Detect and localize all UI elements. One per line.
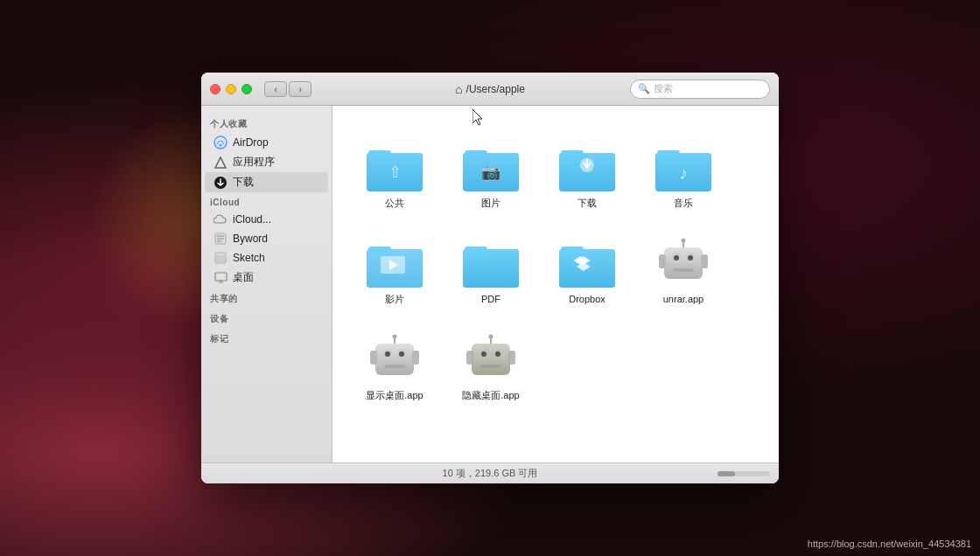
file-label: 图片 [481,197,500,209]
sidebar: 个人收藏 AirDrop 应用程序 [201,106,332,462]
svg-rect-35 [465,247,487,254]
list-item[interactable]: 显示桌面.app [346,312,443,408]
window-title: ⌂ /Users/apple [455,82,525,96]
sidebar-section-tags: 标记 [201,328,332,348]
svg-point-71 [488,334,493,338]
list-item[interactable]: 📷 图片 [443,120,539,216]
sidebar-item-icloud[interactable]: iCloud... [205,210,328,229]
svg-point-1 [220,144,222,147]
list-item[interactable]: 隐藏桌面.app [443,312,539,408]
svg-rect-8 [215,273,227,281]
sidebar-section-devices: 设备 [201,308,332,328]
search-placeholder: 搜索 [654,82,673,95]
file-label: Dropbox [569,293,606,305]
svg-point-61 [392,334,396,338]
svg-rect-47 [673,268,694,272]
title-icon: ⌂ [455,82,462,96]
svg-rect-30 [368,247,391,254]
file-label: PDF [481,293,500,305]
file-grid: ⇧ 公共 📷 [346,120,765,408]
airdrop-icon [214,136,228,149]
sidebar-item-downloads[interactable]: 下载 [205,172,328,192]
sidebar-item-sketch[interactable]: Sketch [205,248,328,268]
nav-buttons: ‹ › [264,81,312,97]
sidebar-section-icloud: iCloud [201,192,332,210]
svg-rect-13 [368,150,391,157]
svg-rect-52 [375,344,414,375]
list-item[interactable]: ♪ 音乐 [635,120,732,216]
status-bar: 10 项，219.6 GB 可用 [201,462,779,483]
sidebar-item-byword[interactable]: Byword [205,229,328,248]
main-content: ⇧ 公共 📷 [332,106,779,462]
list-item[interactable]: unrar.app [635,216,732,312]
list-item[interactable]: 下载 [539,120,635,216]
svg-text:⇧: ⇧ [388,163,402,181]
folder-movies-icon [367,242,423,289]
search-bar[interactable]: 🔍 搜索 [630,80,770,99]
list-item[interactable]: PDF [443,216,539,312]
unrar-app-icon [657,237,710,289]
status-text: 10 项，219.6 GB 可用 [443,467,538,480]
sidebar-item-apps[interactable]: 应用程序 [205,152,328,172]
file-label: 隐藏桌面.app [462,389,519,401]
folder-downloads-icon [559,146,615,193]
svg-rect-34 [463,249,519,288]
downloads-icon [214,176,228,190]
maximize-button[interactable] [242,84,252,94]
apps-icon [214,156,228,170]
list-item[interactable]: 影片 [346,216,443,312]
svg-rect-17 [465,150,487,157]
svg-rect-21 [561,150,584,157]
svg-rect-49 [701,254,708,268]
scroll-indicator [718,471,770,476]
folder-photos-icon: 📷 [463,146,519,193]
svg-rect-26 [657,150,680,157]
minimize-button[interactable] [226,84,236,94]
list-item[interactable]: ⇧ 公共 [346,120,443,216]
svg-point-45 [674,255,679,261]
sidebar-item-desktop[interactable]: 桌面 [205,268,328,288]
traffic-lights [210,84,252,94]
folder-public-icon: ⇧ [367,146,423,193]
folder-dropbox-icon [559,242,615,289]
file-label: 公共 [385,197,404,209]
back-button[interactable]: ‹ [264,81,287,97]
close-button[interactable] [210,84,220,94]
watermark: https://blog.csdn.net/weixin_44534381 [808,539,971,549]
svg-point-51 [682,238,686,242]
sidebar-section-personal: 个人收藏 [201,113,332,133]
file-label: 显示桌面.app [366,389,423,401]
svg-rect-38 [561,247,584,254]
apps-label: 应用程序 [233,155,275,170]
title-bar: ‹ › ⌂ /Users/apple 🔍 搜索 [201,73,779,106]
svg-rect-57 [384,365,405,368]
forward-button[interactable]: › [289,81,312,97]
folder-pdf-icon [463,242,519,289]
scroll-track[interactable] [718,471,770,476]
sidebar-item-airdrop[interactable]: AirDrop [205,133,328,152]
byword-label: Byword [233,233,268,245]
folder-music-icon: ♪ [655,146,711,193]
sketch-label: Sketch [233,252,265,264]
svg-point-56 [399,351,404,357]
desktop-icon [214,271,228,285]
file-label: unrar.app [663,293,704,305]
sketch-icon [214,251,228,265]
svg-rect-72 [472,344,510,375]
file-label: 音乐 [674,197,693,209]
svg-rect-42 [664,247,703,279]
icloud-icon [214,212,228,226]
svg-rect-58 [370,351,377,365]
hide-desktop-app-icon [465,333,517,386]
svg-point-0 [214,136,227,149]
file-label: 影片 [385,293,404,305]
scroll-thumb[interactable] [718,471,735,476]
show-desktop-app-icon [368,333,421,386]
svg-text:📷: 📷 [481,163,501,182]
downloads-label: 下载 [233,175,254,190]
svg-rect-48 [659,254,666,268]
icloud-label: iCloud... [233,213,271,226]
svg-point-46 [688,255,693,261]
list-item[interactable]: Dropbox [539,216,635,312]
window-body: 个人收藏 AirDrop 应用程序 [201,106,779,462]
